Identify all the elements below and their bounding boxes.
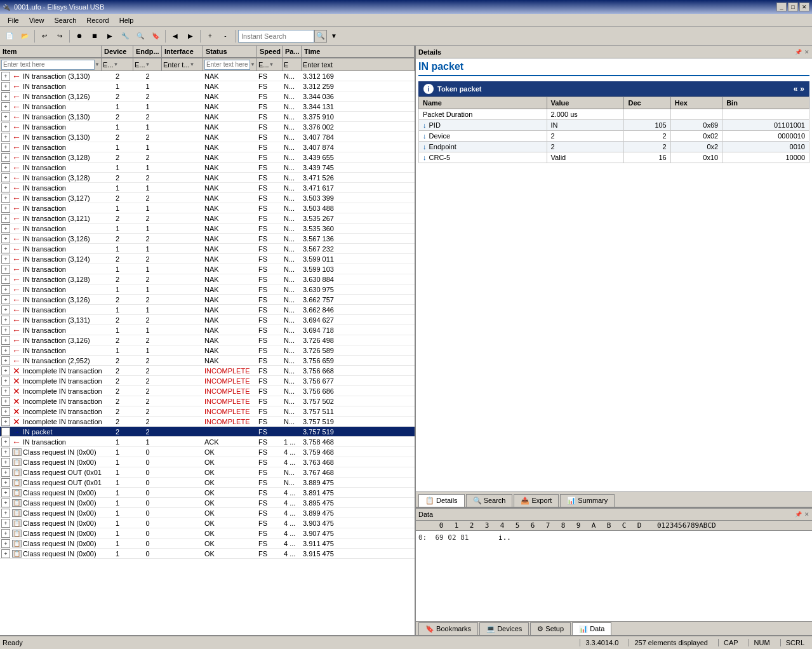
- expand-button[interactable]: +: [1, 72, 10, 81]
- table-row[interactable]: +📋Class request IN (0x00)10OKFS4 ...3.76…: [0, 457, 415, 467]
- open-button[interactable]: 📂: [18, 29, 32, 43]
- table-row[interactable]: +←IN transaction11NAKFSN...3.599 103: [0, 264, 415, 274]
- expand-button[interactable]: +: [1, 509, 10, 518]
- table-row[interactable]: +←IN transaction (3,130)22NAKFSN...3.312…: [0, 71, 415, 81]
- table-row[interactable]: +📋Class request IN (0x00)10OKFS4 ...3.89…: [0, 508, 415, 518]
- expand-button[interactable]: +: [1, 234, 10, 243]
- expand-button[interactable]: +: [1, 356, 10, 365]
- table-row[interactable]: +←IN transaction11NAKFSN...3.694 718: [0, 325, 415, 335]
- expand-icon[interactable]: »: [800, 84, 804, 93]
- filter-item-input[interactable]: [1, 60, 95, 70]
- expand-button[interactable]: +: [1, 143, 10, 152]
- expand-button[interactable]: [1, 427, 10, 436]
- zoom-out-button[interactable]: -: [218, 29, 232, 43]
- expand-button[interactable]: +: [1, 285, 10, 294]
- float-icon[interactable]: ✕: [804, 49, 809, 55]
- filter-status-icon[interactable]: ▼: [250, 62, 255, 67]
- table-row[interactable]: →IN packet22FS3.757 519: [0, 427, 415, 437]
- table-row[interactable]: +←IN transaction (3,124)22NAKFSN...3.599…: [0, 254, 415, 264]
- expand-button[interactable]: +: [1, 153, 10, 162]
- table-row[interactable]: +📋Class request OUT (0x01)10OKFSN...3.88…: [0, 478, 415, 488]
- maximize-button[interactable]: □: [788, 3, 798, 11]
- table-row[interactable]: +←IN transaction (3,121)22NAKFSN...3.535…: [0, 213, 415, 224]
- expand-button[interactable]: +: [1, 275, 10, 284]
- table-row[interactable]: +✕Incomplete IN transaction22INCOMPLETEF…: [0, 406, 415, 417]
- expand-button[interactable]: +: [1, 295, 10, 304]
- close-button[interactable]: ✕: [799, 3, 809, 11]
- details-tab-details[interactable]: 📋Details: [418, 494, 465, 507]
- expand-button[interactable]: +: [1, 549, 10, 558]
- expand-button[interactable]: +: [1, 488, 10, 497]
- table-row[interactable]: +←IN transaction (2,952)22NAKFSN...3.756…: [0, 356, 415, 366]
- menu-item-view[interactable]: View: [24, 15, 50, 25]
- expand-button[interactable]: +: [1, 255, 10, 264]
- table-row[interactable]: +✕Incomplete IN transaction22INCOMPLETEF…: [0, 386, 415, 396]
- expand-button[interactable]: +: [1, 478, 10, 487]
- expand-button[interactable]: +: [1, 204, 10, 213]
- expand-button[interactable]: +: [1, 123, 10, 131]
- table-row[interactable]: +←IN transaction11NAKFSN...3.503 488: [0, 203, 415, 213]
- filter-item-icon[interactable]: ▼: [95, 62, 100, 67]
- minimize-button[interactable]: _: [776, 3, 787, 11]
- table-row[interactable]: +←IN transaction (3,126)22NAKFSN...3.344…: [0, 91, 415, 102]
- col-header-item[interactable]: Item: [0, 46, 102, 57]
- col-header-status[interactable]: Status: [203, 46, 257, 57]
- bottom-tab-devices[interactable]: 💻 Devices: [479, 622, 529, 635]
- redo-button[interactable]: ↪: [53, 29, 67, 43]
- table-row[interactable]: +📋Class request IN (0x00)10OKFS4 ...3.90…: [0, 528, 415, 539]
- table-row[interactable]: +←IN transaction11NAKFSN...3.726 589: [0, 345, 415, 356]
- bottom-tab-bookmarks[interactable]: 🔖 Bookmarks: [418, 622, 478, 635]
- expand-button[interactable]: +: [1, 498, 10, 507]
- col-header-pa[interactable]: Pa...: [283, 46, 302, 57]
- bottom-tab-data[interactable]: 📊 Data: [572, 622, 611, 635]
- expand-button[interactable]: +: [1, 102, 10, 111]
- table-row[interactable]: +←IN transaction (3,127)22NAKFSN...3.503…: [0, 193, 415, 203]
- expand-button[interactable]: +: [1, 448, 10, 457]
- table-row[interactable]: +←IN transaction11NAKFSN...3.567 232: [0, 244, 415, 254]
- table-row[interactable]: +←IN transaction (3,128)22NAKFSN...3.439…: [0, 152, 415, 163]
- menu-item-search[interactable]: Search: [49, 15, 81, 25]
- table-row[interactable]: +←IN transaction11NAKFSN...3.630 975: [0, 284, 415, 295]
- expand-button[interactable]: +: [1, 163, 10, 172]
- col-header-interface[interactable]: Interface: [162, 46, 203, 57]
- table-row[interactable]: +←IN transaction (3,131)22NAKFSN...3.694…: [0, 315, 415, 325]
- expand-button[interactable]: +: [1, 468, 10, 477]
- col-header-device[interactable]: Device: [102, 46, 133, 57]
- col-header-time[interactable]: Time: [302, 46, 415, 57]
- table-row[interactable]: +←IN transaction11NAKFSN...3.439 745: [0, 163, 415, 173]
- menu-item-help[interactable]: Help: [114, 15, 139, 25]
- next-button[interactable]: ▶: [183, 29, 197, 43]
- expand-button[interactable]: +: [1, 244, 10, 253]
- pin-icon[interactable]: 📌: [795, 49, 802, 55]
- expand-button[interactable]: +: [1, 539, 10, 548]
- table-row[interactable]: +←IN transaction (3,126)22NAKFSN...3.726…: [0, 335, 415, 345]
- table-row[interactable]: +←IN transaction (3,130)22NAKFSN...3.407…: [0, 132, 415, 142]
- play-button[interactable]: ▶: [103, 29, 117, 43]
- table-row[interactable]: +←IN transaction11NAKFSN...3.344 131: [0, 102, 415, 112]
- table-row[interactable]: +←IN transaction11NAKFSN...3.535 360: [0, 224, 415, 234]
- zoom-in-button[interactable]: +: [203, 29, 217, 43]
- prev-button[interactable]: ◀: [168, 29, 182, 43]
- expand-button[interactable]: +: [1, 407, 10, 416]
- data-close-icon[interactable]: ✕: [804, 511, 809, 518]
- expand-button[interactable]: +: [1, 214, 10, 223]
- table-row[interactable]: +←IN transaction (3,128)22NAKFSN...3.630…: [0, 274, 415, 284]
- expand-button[interactable]: +: [1, 194, 10, 203]
- bookmark-button[interactable]: 🔖: [149, 29, 163, 43]
- expand-button[interactable]: +: [1, 336, 10, 345]
- details-tab-search[interactable]: 🔍Search: [466, 494, 513, 507]
- expand-button[interactable]: +: [1, 82, 10, 91]
- table-row[interactable]: +←IN transaction (3,126)22NAKFSN...3.662…: [0, 295, 415, 305]
- expand-button[interactable]: +: [1, 326, 10, 335]
- expand-button[interactable]: +: [1, 529, 10, 538]
- data-pin-icon[interactable]: 📌: [795, 511, 802, 518]
- search-options-button[interactable]: ▼: [327, 29, 341, 43]
- expand-button[interactable]: +: [1, 387, 10, 396]
- expand-button[interactable]: +: [1, 184, 10, 192]
- expand-button[interactable]: +: [1, 458, 10, 467]
- undo-button[interactable]: ↩: [37, 29, 51, 43]
- details-tab-export[interactable]: 📤Export: [514, 494, 559, 507]
- expand-button[interactable]: +: [1, 417, 10, 426]
- new-button[interactable]: 📄: [3, 29, 17, 43]
- filter-interface-icon[interactable]: ▼: [190, 62, 195, 67]
